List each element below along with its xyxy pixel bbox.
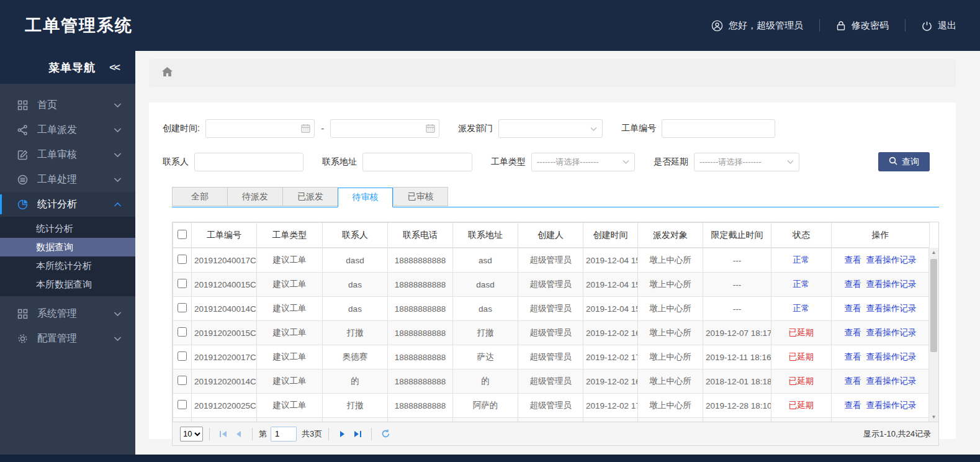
row-checkbox[interactable] [178,255,187,264]
delay-label: 是否延期 [654,156,688,168]
tab-to-review[interactable]: 待审核 [338,188,393,207]
search-button[interactable]: 查询 [878,152,930,171]
tab-all[interactable]: 全部 [172,187,227,206]
table-row[interactable]: 201912040015C 建议工单 das 18888888888 dasd … [173,273,930,297]
table-row[interactable]: 201912040017C 建议工单 dasd 18888888888 asd … [173,248,930,273]
table-row[interactable] [173,418,930,422]
row-checkbox[interactable] [178,279,187,288]
row-checkbox-cell [173,321,192,345]
row-checkbox[interactable] [178,327,187,337]
cell-deadline: 2019-12-11 18:16 [703,345,771,369]
tab-reviewed[interactable]: 已审核 [393,187,448,206]
delay-select[interactable]: -------请选择------- [694,153,799,171]
page-size-select[interactable]: 10 [180,427,203,442]
cell-deadline: --- [703,297,771,321]
table-row[interactable]: 201912020015C 建议工单 打撤 18888888888 打撤 超级管… [173,321,930,345]
scroll-up-icon[interactable]: ▲ [929,248,938,257]
address-input[interactable] [362,153,472,171]
order-type-select[interactable]: -------请选择------- [531,153,635,171]
scrollbar-thumb[interactable] [930,259,937,352]
view-link[interactable]: 查看 [845,279,861,289]
submenu-item-local-statistics[interactable]: 本所统计分析 [0,256,135,275]
sidebar-item-review[interactable]: 工单审核 [0,142,135,167]
cell-created: 2019-12-04 15 [583,297,638,321]
status-badge [771,418,832,422]
sidebar-item-statistics[interactable]: 统计分析 [0,192,135,217]
sidebar-item-process[interactable]: 工单处理 [0,167,135,192]
order-no-input[interactable] [662,119,775,138]
vertical-scrollbar[interactable]: ▲ ▼ [928,248,938,422]
row-checkbox-cell [173,345,192,369]
row-checkbox-cell [173,369,192,394]
user-greeting[interactable]: 您好，超级管理员 [711,20,803,32]
view-log-link[interactable]: 查看操作记录 [866,328,917,337]
home-icon[interactable] [161,66,173,80]
view-link[interactable]: 查看 [845,401,861,410]
cell-order-no: 201912020025C [192,394,257,418]
create-time-start-input[interactable] [205,119,315,138]
contact-input[interactable] [194,153,303,171]
sidebar-collapse-button[interactable]: << [109,61,119,74]
view-link[interactable]: 查看 [845,304,861,313]
table-row[interactable]: 201912020014C 建议工单 的 18888888888 的 超级管理员… [173,369,930,394]
status-badge: 正常 [771,273,832,297]
view-link[interactable]: 查看 [845,328,861,337]
view-link[interactable]: 查看 [845,352,861,361]
first-page-button[interactable] [216,427,231,442]
cell-target: 墩上中心所 [638,394,703,418]
tab-dispatched[interactable]: 已派发 [282,187,338,206]
tab-to-dispatch[interactable]: 待派发 [227,187,282,206]
sidebar-item-dispatch[interactable]: 工单派发 [0,117,135,142]
row-checkbox[interactable] [178,351,187,361]
sidebar-item-label: 配置管理 [37,332,77,345]
table-row[interactable]: 201912020017C 建议工单 奥德赛 18888888888 萨达 超级… [173,345,930,369]
change-password-button[interactable]: 修改密码 [836,20,889,32]
depart-select[interactable] [498,119,603,138]
last-page-button[interactable] [350,427,365,442]
address-label: 联系地址 [322,156,357,168]
row-checkbox-cell [173,248,192,273]
prev-page-button[interactable] [231,427,246,442]
calendar-icon[interactable] [426,124,435,135]
view-log-link[interactable]: 查看操作记录 [866,255,917,265]
sidebar-item-label: 首页 [37,99,57,112]
calendar-icon[interactable] [301,124,310,135]
row-checkbox[interactable] [178,376,187,385]
table-row[interactable]: 201912040014C 建议工单 das 18888888888 das 超… [173,297,930,321]
view-log-link[interactable]: 查看操作记录 [866,401,917,410]
submenu-item-local-data-query[interactable]: 本所数据查询 [0,275,135,294]
table-row[interactable]: 201912020025C 建议工单 打撤 18888888888 阿萨的 超级… [173,394,930,418]
records-summary: 显示1-10,共24记录 [863,428,931,440]
scroll-down-icon[interactable]: ▼ [929,412,938,422]
cell-target: 墩上中心所 [638,369,703,394]
submenu-item-statistics[interactable]: 统计分析 [0,219,135,238]
view-log-link[interactable]: 查看操作记录 [866,304,917,313]
order-type-label: 工单类型 [491,156,526,168]
user-greeting-label: 您好，超级管理员 [729,20,803,32]
view-log-link[interactable]: 查看操作记录 [866,279,917,289]
row-checkbox[interactable] [178,303,187,312]
sidebar-item-home[interactable]: 首页 [0,93,135,117]
table-body-scroll-area[interactable]: 201912040017C 建议工单 dasd 18888888888 asd … [173,248,938,422]
refresh-icon[interactable] [378,427,393,442]
row-checkbox[interactable] [178,400,187,409]
cell-order-type: 建议工单 [257,394,323,418]
chevron-down-icon [623,157,629,166]
create-time-end-input[interactable] [330,119,439,138]
select-all-checkbox[interactable] [178,230,187,239]
view-log-link[interactable]: 查看操作记录 [866,352,917,361]
sidebar-item-config[interactable]: 配置管理 [0,326,135,351]
logout-button[interactable]: 退出 [922,20,956,32]
page-number-input[interactable] [271,427,297,442]
change-password-label: 修改密码 [852,20,889,32]
view-log-link[interactable]: 查看操作记录 [866,376,917,386]
col-deadline: 限定截止时间 [703,223,771,248]
sidebar-item-system[interactable]: 系统管理 [0,301,135,326]
view-link[interactable]: 查看 [845,376,861,386]
next-page-button[interactable] [335,427,350,442]
submenu-item-data-query[interactable]: 数据查询 [0,238,135,256]
cell-phone: 18888888888 [388,369,453,394]
view-link[interactable]: 查看 [845,255,861,265]
orders-table: 工单编号 工单类型 联系人 联系电话 联系地址 创建人 创建时间 派发对象 限定… [172,222,939,422]
col-phone: 联系电话 [388,223,453,248]
